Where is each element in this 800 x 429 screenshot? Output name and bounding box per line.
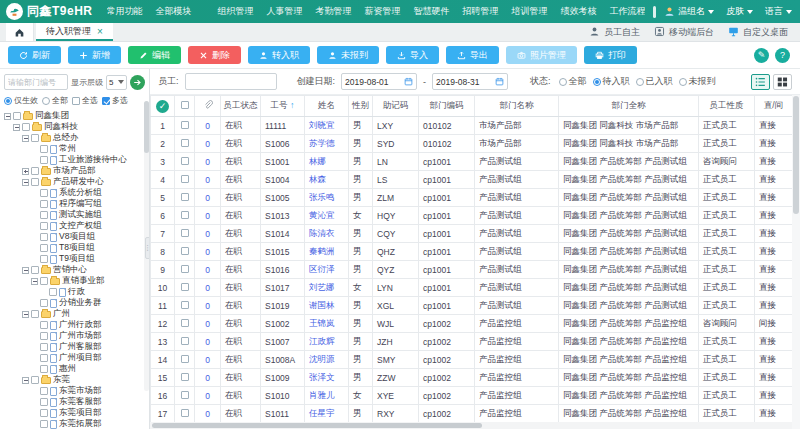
menu-item-7[interactable]: 智慧硬件	[414, 5, 450, 18]
tree-node-测试实施组[interactable]: 测试实施组	[4, 210, 145, 220]
cell-attachments[interactable]: 0	[195, 387, 221, 405]
tree-node-系统分析组[interactable]: 系统分析组	[4, 188, 145, 198]
table-vertical-scrollbar[interactable]	[792, 95, 800, 429]
quick-link-移动端后台[interactable]: 移动端后台	[654, 26, 714, 39]
tree-node-东莞拓展部[interactable]: 东莞拓展部	[4, 419, 145, 429]
quick-link-自定义桌面[interactable]: 自定义桌面	[728, 26, 788, 39]
tree-checkbox[interactable]	[40, 233, 48, 241]
cell-name[interactable]: 区衍泽	[305, 261, 349, 279]
tree-checkbox[interactable]	[40, 409, 48, 417]
tree-checkbox[interactable]	[40, 387, 48, 395]
tree-checkbox[interactable]	[40, 420, 48, 428]
table-row[interactable]: 170在职S1011任星宇男RXYcp1002产品监控组同鑫集团 产品统筹部 产…	[151, 405, 793, 423]
col-nature[interactable]: 员工性质	[699, 96, 755, 117]
tree-node-直销事业部[interactable]: 直销事业部	[4, 276, 145, 286]
menu-item-1[interactable]: 常用功能	[107, 5, 143, 18]
未报到-button[interactable]: 未报到	[317, 46, 379, 64]
删除-button[interactable]: 删除	[188, 46, 241, 64]
cell-attachments[interactable]: 0	[195, 153, 221, 171]
search-go-button[interactable]	[130, 75, 145, 90]
tree-checkbox[interactable]	[40, 365, 48, 373]
display-level-select[interactable]: 5	[106, 75, 127, 90]
tree-checkbox[interactable]	[40, 332, 48, 340]
tree-node-广州市场部[interactable]: 广州市场部	[4, 331, 145, 341]
menu-item-8[interactable]: 招聘管理	[463, 5, 499, 18]
tree-node-产品研发中心[interactable]: 产品研发中心	[4, 177, 145, 187]
刷新-button[interactable]: 刷新	[8, 46, 61, 64]
menu-item-5[interactable]: 考勤管理	[316, 5, 352, 18]
cell-row-checkbox[interactable]	[175, 297, 195, 315]
menu-item-3[interactable]: 组织管理	[218, 5, 254, 18]
cell-name[interactable]: 刘艺娜	[305, 279, 349, 297]
tree-checkbox[interactable]	[40, 343, 48, 351]
tree-node-T8项目组[interactable]: T8项目组	[4, 243, 145, 253]
collapse-icon[interactable]	[22, 267, 29, 274]
cell-row-checkbox[interactable]	[175, 207, 195, 225]
cell-row-checkbox[interactable]	[175, 315, 195, 333]
cell-name[interactable]: 刘晓宜	[305, 117, 349, 135]
edit-circle-button[interactable]: ✎	[754, 48, 769, 63]
cell-row-checkbox[interactable]	[175, 387, 195, 405]
table-row[interactable]: 100在职S1017刘艺娜女LYNcp1001产品测试组同鑫集团 产品统筹部 产…	[151, 279, 793, 297]
date-to-input[interactable]: 2019-08-31	[432, 73, 508, 90]
quick-link-员工自主[interactable]: 员工自主	[589, 26, 640, 39]
cell-name[interactable]: 秦鹤洲	[305, 243, 349, 261]
tree-node-营销中心[interactable]: 营销中心	[4, 265, 145, 275]
cell-row-checkbox[interactable]	[175, 135, 195, 153]
tree-node-广州项目部[interactable]: 广州项目部	[4, 353, 145, 363]
scope-radio-all[interactable]: 全部	[42, 95, 68, 106]
cell-name[interactable]: 张乐鸣	[305, 189, 349, 207]
cell-attachments[interactable]: 0	[195, 333, 221, 351]
tree-checkbox[interactable]	[40, 354, 48, 362]
multi-select-checkbox[interactable]: 多选	[102, 95, 128, 106]
cell-attachments[interactable]: 0	[195, 279, 221, 297]
scope-radio-active[interactable]: 仅生效	[4, 95, 38, 106]
tree-checkbox[interactable]	[40, 200, 48, 208]
col-code[interactable]: 工号 ↑	[261, 96, 305, 117]
tree-checkbox[interactable]	[31, 134, 39, 142]
tree-checkbox[interactable]	[31, 167, 39, 175]
date-from-input[interactable]: 2019-08-01	[341, 73, 417, 90]
编辑-button[interactable]: 编辑	[128, 46, 181, 64]
cell-name[interactable]: 苏学德	[305, 135, 349, 153]
tree-node-广州行政部[interactable]: 广州行政部	[4, 320, 145, 330]
tab-pending-onboarding[interactable]: 待入职管理 ×	[36, 23, 113, 41]
table-row[interactable]: 80在职S1015秦鹤洲男QHZcp1001产品测试组同鑫集团 产品统筹部 产品…	[151, 243, 793, 261]
table-row[interactable]: 40在职S1004林森男LScp1001产品测试组同鑫集团 产品统筹部 产品测试…	[151, 171, 793, 189]
cell-row-checkbox[interactable]	[175, 405, 195, 423]
cell-attachments[interactable]: 0	[195, 405, 221, 423]
table-row[interactable]: 110在职S1019谢国林男XGLcp1001产品测试组同鑫集团 产品统筹部 产…	[151, 297, 793, 315]
cell-name[interactable]: 任星宇	[305, 405, 349, 423]
menu-item-10[interactable]: 绩效考核	[561, 5, 597, 18]
tree-checkbox[interactable]	[40, 156, 48, 164]
cell-attachments[interactable]: 0	[195, 207, 221, 225]
tree-checkbox[interactable]	[40, 189, 48, 197]
tree-node-V8项目组[interactable]: V8项目组	[4, 232, 145, 242]
tree-checkbox[interactable]	[31, 178, 39, 186]
cell-attachments[interactable]: 0	[195, 369, 221, 387]
menu-item-9[interactable]: 培训管理	[512, 5, 548, 18]
tree-node-常州[interactable]: 常州	[4, 144, 145, 154]
table-row[interactable]: 160在职S1010肖雅儿女XYEcp1002产品监控组同鑫集团 产品统筹部 产…	[151, 387, 793, 405]
collapse-icon[interactable]	[31, 278, 38, 285]
table-row[interactable]: 70在职S1014陈清衣男CQYcp1001产品测试组同鑫集团 产品统筹部 产品…	[151, 225, 793, 243]
cell-name[interactable]: 林森	[305, 171, 349, 189]
cell-row-checkbox[interactable]	[175, 351, 195, 369]
collapse-icon[interactable]	[13, 124, 20, 131]
tree-node-同鑫集团[interactable]: 同鑫集团	[4, 111, 145, 121]
打印-button[interactable]: 打印	[584, 46, 637, 64]
table-row[interactable]: 10在职11111刘晓宜男LXY010102市场产品部同鑫集团 同鑫科技 市场产…	[151, 117, 793, 135]
cell-row-checkbox[interactable]	[175, 153, 195, 171]
cell-attachments[interactable]: 0	[195, 297, 221, 315]
tree-node-文控产权组[interactable]: 文控产权组	[4, 221, 145, 231]
menu-item-11[interactable]: 工作流程	[610, 5, 645, 18]
cell-row-checkbox[interactable]	[175, 333, 195, 351]
tree-node-广州[interactable]: 广州	[4, 309, 145, 319]
tree-checkbox[interactable]	[40, 299, 48, 307]
cell-name[interactable]: 江政辉	[305, 333, 349, 351]
tree-node-广州客服部[interactable]: 广州客服部	[4, 342, 145, 352]
cell-attachments[interactable]: 0	[195, 225, 221, 243]
cell-name[interactable]: 沈明源	[305, 351, 349, 369]
table-row[interactable]: 150在职S1009张泽文男ZZWcp1002产品监控组同鑫集团 产品统筹部 产…	[151, 369, 793, 387]
table-row[interactable]: 140在职S1008A沈明源男SMYcp1002产品监控组同鑫集团 产品统筹部 …	[151, 351, 793, 369]
